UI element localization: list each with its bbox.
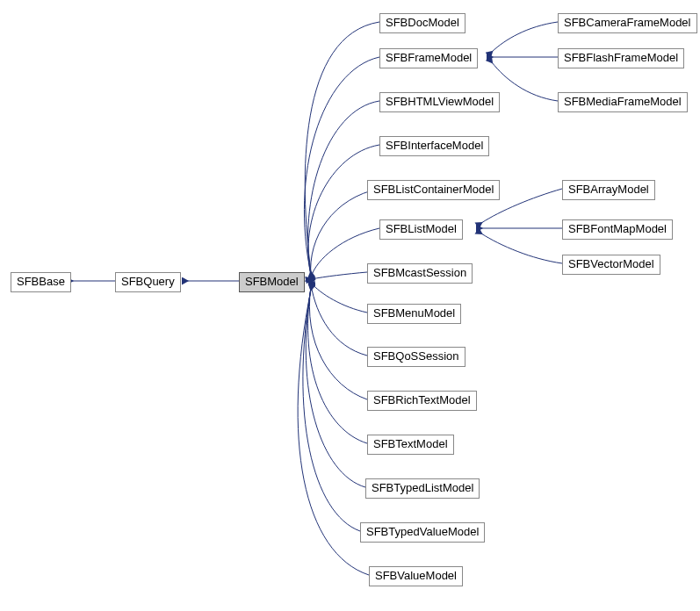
node-label: SFBMenuModel	[373, 306, 455, 320]
node-sfbvectormodel[interactable]: SFBVectorModel	[562, 255, 660, 275]
node-sfbmodel[interactable]: SFBModel	[239, 272, 305, 292]
edge	[306, 288, 365, 487]
node-label: SFBModel	[245, 275, 299, 288]
node-label: SFBCameraFrameModel	[564, 16, 691, 29]
edge	[308, 145, 379, 276]
node-sfbvaluemodel[interactable]: SFBValueModel	[369, 566, 463, 586]
node-sfbcameraframemodel[interactable]: SFBCameraFrameModel	[558, 13, 697, 33]
node-label: SFBListModel	[386, 222, 457, 235]
node-sfbfontmapmodel[interactable]: SFBFontMapModel	[562, 219, 673, 240]
node-sfbquery[interactable]: SFBQuery	[115, 272, 181, 292]
node-label: SFBTextModel	[373, 437, 448, 450]
inheritance-diagram: SFBBase SFBQuery SFBModel SFBDocModel SF…	[0, 0, 700, 611]
node-label: SFBHTMLViewModel	[386, 95, 494, 108]
node-label: SFBValueModel	[375, 569, 457, 582]
edge	[311, 284, 367, 356]
node-label: SFBVectorModel	[568, 257, 654, 270]
node-sfbmediaframemodel[interactable]: SFBMediaFrameModel	[558, 92, 688, 112]
node-sfbflashframemodel[interactable]: SFBFlashFrameModel	[558, 48, 684, 68]
node-label: SFBQoSSession	[373, 349, 459, 363]
edge	[308, 287, 367, 443]
node-sfbmcastsession[interactable]: SFBMcastSession	[367, 263, 473, 284]
edge	[311, 283, 367, 313]
node-label: SFBBase	[17, 275, 65, 288]
node-label: SFBQuery	[121, 275, 175, 288]
node-label: SFBFontMapModel	[568, 222, 667, 235]
edge	[304, 57, 379, 274]
node-label: SFBFlashFrameModel	[564, 51, 678, 64]
node-label: SFBMediaFrameModel	[564, 95, 682, 108]
node-sfbqossession[interactable]: SFBQoSSession	[367, 347, 465, 367]
node-label: SFBDocModel	[386, 16, 459, 29]
edge	[481, 234, 562, 263]
node-sfblistcontainermodel[interactable]: SFBListContainerModel	[367, 180, 500, 200]
node-label: SFBTypedListModel	[372, 481, 473, 494]
node-label: SFBFrameModel	[386, 51, 472, 64]
node-label: SFBMcastSession	[373, 266, 466, 279]
node-sfbbase[interactable]: SFBBase	[11, 272, 71, 292]
node-sfbinterfacemodel[interactable]: SFBInterfaceModel	[379, 136, 489, 156]
node-sfbframemodel[interactable]: SFBFrameModel	[379, 48, 478, 68]
node-label: SFBTypedValueModel	[366, 525, 479, 538]
edge	[492, 62, 558, 101]
node-label: SFBListContainerModel	[373, 183, 494, 196]
edge	[298, 290, 369, 575]
node-label: SFBInterfaceModel	[386, 139, 483, 152]
node-label: SFBRichTextModel	[373, 393, 471, 406]
node-sfbhtmlviewmodel[interactable]: SFBHTMLViewModel	[379, 92, 500, 112]
node-sfbtextmodel[interactable]: SFBTextModel	[367, 435, 454, 455]
edge	[492, 22, 558, 52]
node-sfbtypedlistmodel[interactable]: SFBTypedListModel	[365, 478, 480, 499]
edge	[305, 22, 379, 272]
node-sfblistmodel[interactable]: SFBListModel	[379, 219, 463, 240]
node-sfbdocmodel[interactable]: SFBDocModel	[379, 13, 465, 33]
edge	[303, 289, 360, 531]
node-sfbarraymodel[interactable]: SFBArrayModel	[562, 180, 655, 200]
node-label: SFBArrayModel	[568, 183, 649, 196]
edge	[309, 286, 367, 399]
node-sfbrichtextmodel[interactable]: SFBRichTextModel	[367, 391, 477, 411]
edge	[311, 272, 367, 279]
node-sfbtypedvaluemodel[interactable]: SFBTypedValueModel	[360, 522, 485, 543]
node-sfbmenumodel[interactable]: SFBMenuModel	[367, 304, 461, 324]
